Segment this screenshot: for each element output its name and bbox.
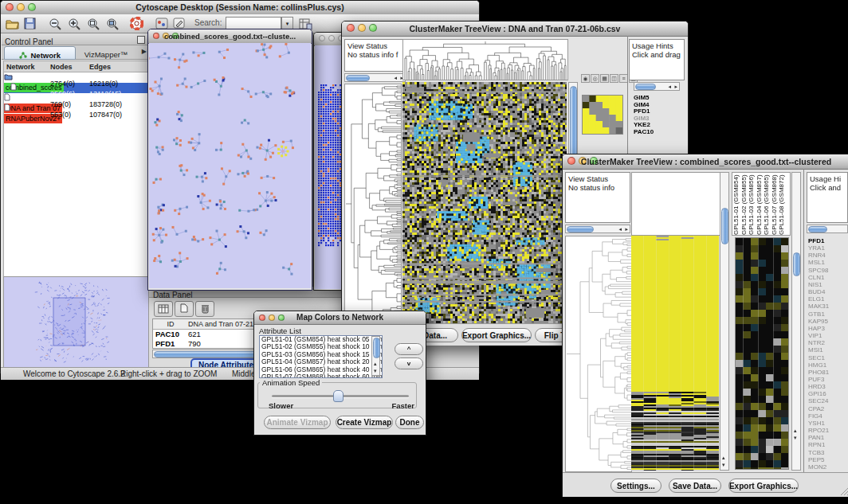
column-label[interactable]: GPL51-07 (GSM868) <box>771 173 779 235</box>
delete-attribute-trash-icon[interactable] <box>195 301 214 317</box>
tv1-column-dendrogram[interactable] <box>402 39 568 80</box>
treeview1-titlebar[interactable]: ClusterMaker TreeView : DNA and Tran 07-… <box>342 21 688 37</box>
gene-label[interactable]: CLN1 <box>808 274 848 281</box>
zoom-out-icon[interactable] <box>47 16 63 31</box>
pan-mode-icon[interactable]: ◎ <box>591 74 599 83</box>
tab-network[interactable]: Network <box>4 46 76 60</box>
gene-label[interactable]: YRA1 <box>808 244 848 252</box>
speed-slider-thumb[interactable] <box>333 390 344 402</box>
gene-label[interactable]: NTR2 <box>808 339 848 346</box>
gene-label[interactable]: KAP95 <box>808 318 848 325</box>
gene-label[interactable]: PAN1 <box>808 434 848 441</box>
settings-button[interactable]: Settings... <box>610 479 662 493</box>
zoom-fit-icon[interactable] <box>104 16 120 31</box>
tv2-row-dendrogram[interactable] <box>565 236 632 472</box>
tab-vizmapper[interactable]: VizMapper™ <box>77 46 135 58</box>
tv1-mini-heatmap[interactable] <box>582 95 623 135</box>
gene-label[interactable]: RPN1 <box>808 441 848 448</box>
gene-label[interactable]: VIP1 <box>808 332 848 339</box>
gene-label[interactable]: PHO81 <box>808 369 848 376</box>
zoom-mode-icon[interactable]: ◉ <box>581 74 590 83</box>
gene-label[interactable]: PAC10 <box>634 129 654 136</box>
zoom-selected-icon[interactable] <box>85 16 101 31</box>
column-label[interactable]: GPL51-08 (GSM872) <box>778 173 786 235</box>
network-view-canvas[interactable] <box>149 43 311 288</box>
gene-label[interactable]: SPC98 <box>808 267 848 274</box>
column-label[interactable]: GPL51-02 (GSM855) <box>740 173 748 235</box>
animate-vizmap-button[interactable]: Animate Vizmap <box>264 416 331 429</box>
column-label[interactable]: GPL51-01 (GSM854) <box>732 173 740 235</box>
export-graphics-button[interactable]: Export Graphics... <box>728 479 799 493</box>
tv1-heatmap[interactable] <box>402 82 567 323</box>
gene-label[interactable]: HRD3 <box>808 383 848 390</box>
gene-label[interactable]: ELG1 <box>808 295 848 303</box>
tab-overflow-arrow[interactable]: ▶ <box>142 48 147 55</box>
column-label[interactable]: GPL51-03 (GSM856) <box>748 173 756 235</box>
tv1-status-hscrollbar[interactable]: ◂ ▸ <box>344 73 406 82</box>
float-panel-icon[interactable] <box>137 36 145 44</box>
open-session-icon[interactable] <box>4 16 20 31</box>
gene-label[interactable]: HMG1 <box>808 361 848 369</box>
gene-label[interactable]: TCB3 <box>808 449 848 456</box>
gene-label[interactable]: FIG4 <box>808 412 848 420</box>
create-vizmap-button[interactable]: Create Vizmap <box>336 416 393 429</box>
gene-label[interactable]: PUF3 <box>808 376 848 383</box>
table-select-icon[interactable] <box>154 301 173 317</box>
tv2-detail-vscrollbar[interactable]: ▴ ▾ <box>791 172 801 471</box>
gene-label[interactable]: SEC24 <box>808 397 848 404</box>
gene-label[interactable]: NIS1 <box>808 281 848 288</box>
tv2-heatmap[interactable] <box>631 236 719 471</box>
gene-label[interactable]: MON2 <box>808 463 848 471</box>
folder-icon <box>4 73 13 80</box>
help-lifesaver-icon[interactable] <box>128 16 144 31</box>
gene-label[interactable]: MAK31 <box>808 303 848 310</box>
gene-label[interactable]: RPO21 <box>808 427 848 434</box>
split-view-icon[interactable]: ◫ <box>610 74 618 83</box>
tv2-column-tree-area[interactable] <box>631 172 720 236</box>
gene-label[interactable]: MSI1 <box>808 346 848 354</box>
tv1-row-dendrogram[interactable] <box>344 84 402 324</box>
gene-label[interactable]: PEP5 <box>808 456 848 463</box>
resize-grip[interactable] <box>839 486 848 496</box>
treeview1-title: ClusterMaker TreeView : DNA and Tran 07-… <box>342 21 688 36</box>
column-header-id[interactable]: ID <box>153 319 188 329</box>
file-icon <box>10 83 17 91</box>
gene-label[interactable]: SEC1 <box>808 354 848 361</box>
move-up-button[interactable]: ^ <box>395 343 423 355</box>
done-button[interactable]: Done <box>395 416 424 429</box>
tv2-detail-heatmap[interactable] <box>735 237 789 470</box>
network-overview-canvas[interactable] <box>3 276 149 368</box>
dialog-titlebar[interactable]: Map Colors to Network <box>254 311 426 325</box>
export-graphics-button[interactable]: Export Graphics... <box>461 328 532 342</box>
network1-titlebar[interactable]: combined_scores_good.txt--cluste... <box>148 29 312 44</box>
save-data-button[interactable]: Save Data... <box>669 479 721 493</box>
gene-label[interactable]: HAP3 <box>808 325 848 332</box>
tv2-heatmap-vscrollbar[interactable]: ▴ ▾ <box>720 172 729 471</box>
main-titlebar[interactable]: Cytoscape Desktop (Session Name: collins… <box>1 1 479 15</box>
gene-label[interactable]: RNR4 <box>808 252 848 259</box>
column-label[interactable]: GPL51-04 (GSM857) <box>756 173 764 235</box>
zoom-in-icon[interactable] <box>66 16 82 31</box>
new-attribute-icon[interactable] <box>175 301 194 317</box>
tv1-usage-hscrollbar[interactable]: ◂ ▸ <box>634 82 680 91</box>
tv2-status-hscrollbar[interactable]: ◂ ▸ <box>565 225 630 233</box>
gene-label[interactable]: CPA2 <box>808 405 848 412</box>
tv2-button-bar: Settings... Save Data... Export Graphics… <box>563 472 848 497</box>
search-input[interactable] <box>226 17 281 29</box>
treeview2-titlebar[interactable]: ClusterMaker TreeView : combined_scores_… <box>563 154 848 170</box>
gene-label[interactable]: MSL1 <box>808 259 848 266</box>
grid-view-icon[interactable]: ▦ <box>600 74 609 83</box>
attribute-listbox[interactable]: GPL51-01 (GSM854) heat shock 05 minGPL51… <box>259 335 383 378</box>
attribute-list-vscrollbar[interactable]: ▴ ▾ <box>371 336 380 376</box>
tv2-usage-hscrollbar[interactable] <box>807 225 848 233</box>
column-label[interactable]: GPL51-06 (GSM865) <box>763 173 771 235</box>
gene-label[interactable]: BUD4 <box>808 288 848 295</box>
gene-label[interactable]: GPI16 <box>808 390 848 397</box>
gene-label[interactable]: PFD1 <box>808 237 848 244</box>
gene-label[interactable]: GTB1 <box>808 311 848 318</box>
save-session-icon[interactable] <box>22 16 37 31</box>
usage-hints-title: Usage Hi <box>810 174 845 183</box>
gene-label[interactable]: YSH1 <box>808 420 848 427</box>
network-row-combined-scores[interactable]: combined_scores 2764(0) 16218(0) <box>4 72 147 83</box>
move-down-button[interactable]: v <box>395 357 423 369</box>
